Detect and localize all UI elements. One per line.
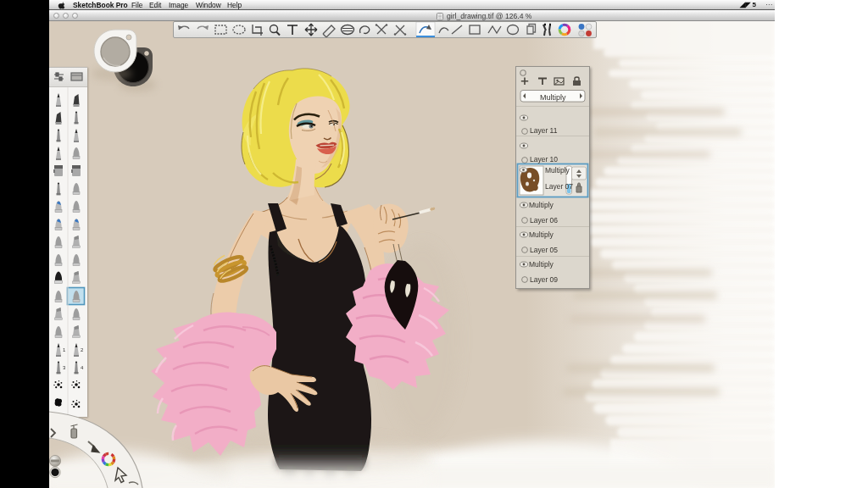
svg-text:2: 2 (81, 347, 84, 352)
svg-text:3: 3 (63, 365, 66, 370)
svg-text:4: 4 (81, 365, 84, 370)
svg-text:1: 1 (63, 347, 66, 352)
